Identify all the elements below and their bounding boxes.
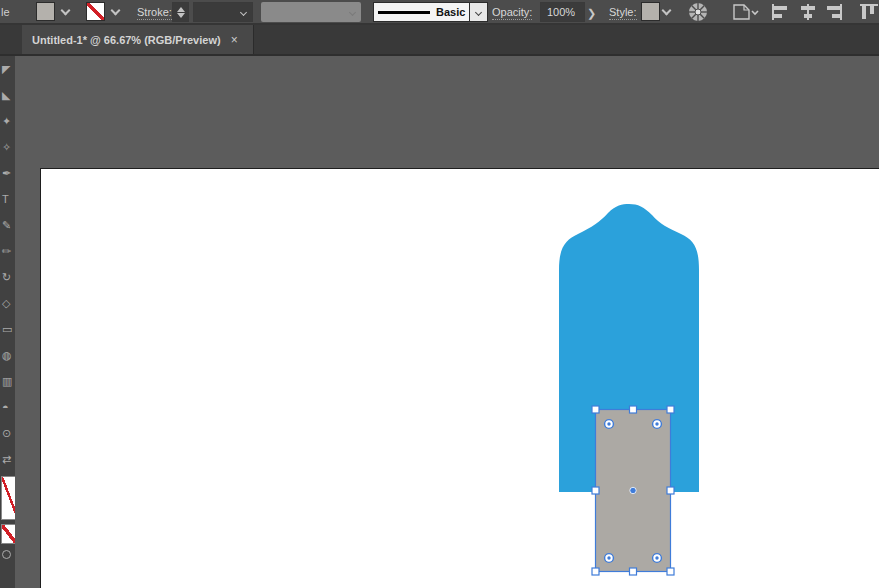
fill-none-indicator[interactable] — [1, 476, 15, 520]
handle-bottom-center[interactable] — [630, 568, 637, 575]
brush-name-label: Basic — [436, 6, 465, 18]
recolor-artwork-icon[interactable] — [687, 1, 709, 23]
style-label[interactable]: Style: — [609, 6, 637, 20]
opacity-more-button[interactable]: ❯ — [587, 3, 596, 23]
canvas-artwork — [0, 0, 879, 588]
paintbrush-tool-icon[interactable]: ✎ — [0, 212, 15, 238]
magic-wand-tool-icon[interactable]: ✦ — [0, 108, 15, 134]
rectangle-tool-icon[interactable]: ▭ — [0, 316, 15, 342]
direct-selection-tool-glyph: ◣ — [2, 89, 10, 102]
align-right-icon[interactable] — [824, 2, 844, 22]
tab-close-icon[interactable]: × — [231, 35, 238, 45]
shape-builder-tool-icon[interactable]: ◍ — [0, 342, 15, 368]
selection-tool-icon[interactable]: ◤ — [0, 56, 15, 82]
fill-color-chevron-icon[interactable] — [61, 6, 71, 16]
draw-mode-icon[interactable] — [2, 550, 11, 559]
type-tool-glyph: T — [2, 193, 9, 205]
align-left-icon[interactable] — [770, 2, 790, 22]
pen-tool-icon[interactable]: ✒ — [0, 160, 15, 186]
stroke-color-swatch[interactable] — [86, 2, 105, 21]
lasso-tool-icon[interactable]: ✧ — [0, 134, 15, 160]
opacity-input[interactable]: 100% — [540, 2, 585, 22]
style-swatch[interactable] — [641, 2, 660, 21]
corner-widget-bottom-right[interactable] — [653, 554, 662, 563]
shape-builder-tool-glyph: ◍ — [2, 349, 12, 362]
handle-top-center[interactable] — [630, 406, 637, 413]
rectangle-tool-glyph: ▭ — [2, 323, 12, 336]
corner-widget-top-right[interactable] — [653, 420, 662, 429]
style-chevron-icon[interactable] — [662, 6, 672, 16]
paintbrush-tool-glyph: ✎ — [2, 219, 11, 232]
control-bar: le Stroke: Basic Opacity: 100% ❯ Style: — [0, 0, 879, 25]
stroke-weight-stepper[interactable] — [172, 2, 189, 22]
column-graph-tool-icon[interactable]: ▥ — [0, 368, 15, 394]
handle-bottom-right[interactable] — [667, 568, 674, 575]
stroke-weight-dropdown[interactable] — [193, 2, 253, 22]
rotate-tool-icon[interactable]: ↻ — [0, 264, 15, 290]
zoom-tool-glyph: ⊙ — [2, 427, 11, 440]
stroke-color-chevron-icon[interactable] — [111, 6, 121, 16]
handle-top-right[interactable] — [667, 406, 674, 413]
eyedropper-tool-glyph: ◓ — [2, 401, 9, 413]
pencil-tool-glyph: ✏ — [2, 245, 11, 258]
stepper-up-icon[interactable] — [177, 7, 185, 12]
stroke-weight-chevron-icon — [240, 8, 247, 15]
magic-wand-tool-glyph: ✦ — [2, 115, 11, 128]
rotate-tool-glyph: ↻ — [2, 271, 11, 284]
document-setup-icon[interactable] — [729, 2, 759, 22]
brush-stroke-preview — [378, 11, 430, 14]
stroke-label[interactable]: Stroke: — [137, 6, 172, 20]
fill-color-swatch[interactable] — [36, 2, 55, 21]
selection-type-label: le — [1, 6, 10, 18]
selection-center-point[interactable] — [630, 487, 636, 493]
tools-panel: ◤ ◣ ✦ ✧ ✒ T ✎ ✏ ↻ ◇ ▭ ◍ ▥ ◓ ⊙ ⇄ — [0, 56, 15, 588]
type-tool-icon[interactable]: T — [0, 186, 15, 212]
column-graph-tool-glyph: ▥ — [2, 375, 12, 388]
zoom-tool-icon[interactable]: ⊙ — [0, 420, 15, 446]
swap-fill-stroke-glyph: ⇄ — [2, 453, 11, 466]
valign-top-icon[interactable] — [858, 2, 879, 22]
tab-bar: Untitled-1* @ 66.67% (RGB/Preview) × — [0, 25, 879, 56]
brush-definition-dropdown[interactable]: Basic — [373, 2, 488, 22]
scale-tool-glyph: ◇ — [2, 297, 10, 310]
align-center-icon[interactable] — [798, 2, 818, 22]
opacity-label[interactable]: Opacity: — [492, 6, 532, 20]
handle-top-left[interactable] — [592, 406, 599, 413]
brush-chevron-icon[interactable] — [475, 8, 482, 15]
corner-widget-bottom-left[interactable] — [605, 554, 614, 563]
width-profile-dropdown — [261, 2, 361, 22]
eyedropper-tool-icon[interactable]: ◓ — [0, 394, 15, 420]
direct-selection-tool-icon[interactable]: ◣ — [0, 82, 15, 108]
handle-bottom-left[interactable] — [592, 568, 599, 575]
document-tab-title: Untitled-1* @ 66.67% (RGB/Preview) — [32, 34, 221, 46]
lasso-tool-glyph: ✧ — [2, 141, 11, 154]
corner-widget-top-left[interactable] — [605, 420, 614, 429]
handle-middle-left[interactable] — [592, 487, 599, 494]
pen-tool-glyph: ✒ — [2, 167, 11, 180]
pencil-tool-icon[interactable]: ✏ — [0, 238, 15, 264]
handle-middle-right[interactable] — [667, 487, 674, 494]
width-profile-chevron-icon — [349, 8, 356, 15]
swap-fill-stroke-icon[interactable]: ⇄ — [0, 446, 15, 472]
stroke-none-indicator[interactable] — [1, 524, 15, 544]
scale-tool-icon[interactable]: ◇ — [0, 290, 15, 316]
stepper-down-icon[interactable] — [177, 13, 185, 18]
document-tab[interactable]: Untitled-1* @ 66.67% (RGB/Preview) × — [22, 25, 254, 54]
selection-tool-glyph: ◤ — [2, 63, 10, 76]
